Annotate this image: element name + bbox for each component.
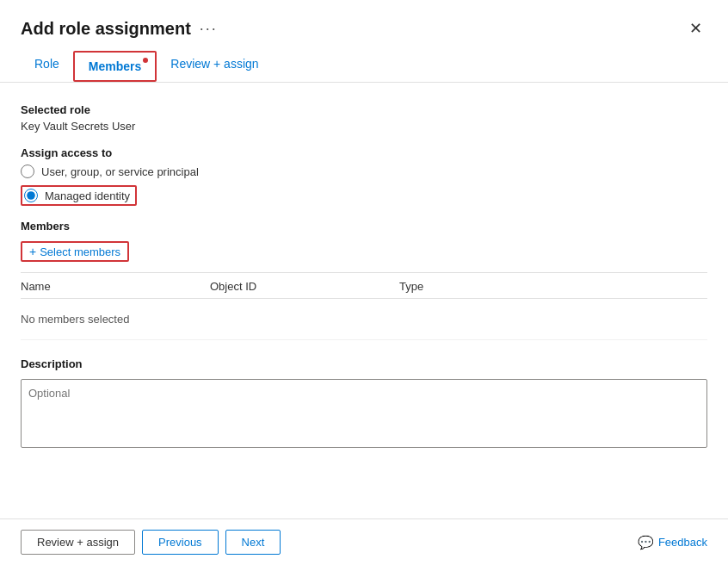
members-table: Name Object ID Type No members selected bbox=[21, 272, 707, 340]
managed-identity-box: Managed identity bbox=[21, 185, 137, 206]
assign-access-section: Assign access to User, group, or service… bbox=[21, 146, 707, 206]
radio-user-label: User, group, or service principal bbox=[41, 165, 199, 178]
dialog-title: Add role assignment bbox=[21, 19, 191, 39]
description-section: Description bbox=[21, 357, 707, 450]
tab-members[interactable]: Members bbox=[73, 51, 157, 82]
radio-user-input[interactable] bbox=[21, 165, 34, 178]
no-members-message: No members selected bbox=[21, 306, 210, 332]
select-members-button[interactable]: + Select members bbox=[21, 241, 129, 262]
footer-left: Review + assign Previous Next bbox=[21, 530, 281, 555]
col-name: Name bbox=[21, 280, 210, 293]
tab-role[interactable]: Role bbox=[21, 50, 73, 82]
members-section: Members + Select members bbox=[21, 220, 707, 262]
previous-button[interactable]: Previous bbox=[142, 530, 219, 555]
tab-members-dot bbox=[143, 58, 148, 63]
description-label: Description bbox=[21, 357, 707, 370]
tabs-bar: Role Members Review + assign bbox=[0, 40, 728, 83]
select-members-label: Select members bbox=[40, 245, 120, 258]
feedback-icon: 💬 bbox=[638, 535, 654, 550]
dialog-title-area: Add role assignment ··· bbox=[21, 19, 218, 39]
dialog-footer: Review + assign Previous Next 💬 Feedback bbox=[0, 518, 728, 565]
col-type: Type bbox=[399, 280, 528, 293]
table-empty-row: No members selected bbox=[21, 299, 707, 340]
col-object-id: Object ID bbox=[210, 280, 399, 293]
close-button[interactable]: ✕ bbox=[684, 17, 707, 40]
radio-managed-input[interactable] bbox=[24, 189, 38, 202]
feedback-button[interactable]: 💬 Feedback bbox=[638, 535, 707, 550]
members-label: Members bbox=[21, 220, 707, 233]
plus-icon: + bbox=[29, 245, 36, 258]
footer-right: 💬 Feedback bbox=[638, 535, 707, 550]
review-assign-button[interactable]: Review + assign bbox=[21, 530, 135, 555]
radio-managed-label: Managed identity bbox=[45, 189, 130, 202]
tab-review-assign[interactable]: Review + assign bbox=[157, 50, 272, 82]
selected-role-label: Selected role bbox=[21, 103, 707, 116]
dialog-content: Selected role Key Vault Secrets User Ass… bbox=[0, 83, 728, 518]
radio-managed-identity[interactable]: Managed identity bbox=[21, 185, 707, 206]
next-button[interactable]: Next bbox=[225, 530, 281, 555]
selected-role-section: Selected role Key Vault Secrets User bbox=[21, 103, 707, 133]
feedback-label: Feedback bbox=[658, 536, 707, 549]
description-input[interactable] bbox=[21, 379, 707, 448]
more-options-icon[interactable]: ··· bbox=[200, 20, 218, 38]
selected-role-value: Key Vault Secrets User bbox=[21, 120, 707, 133]
assign-access-label: Assign access to bbox=[21, 146, 707, 159]
radio-user-group[interactable]: User, group, or service principal bbox=[21, 165, 707, 178]
table-header: Name Object ID Type bbox=[21, 273, 707, 299]
add-role-assignment-dialog: Add role assignment ··· ✕ Role Members R… bbox=[0, 0, 728, 565]
dialog-header: Add role assignment ··· ✕ bbox=[0, 0, 728, 40]
radio-group: User, group, or service principal Manage… bbox=[21, 165, 707, 206]
